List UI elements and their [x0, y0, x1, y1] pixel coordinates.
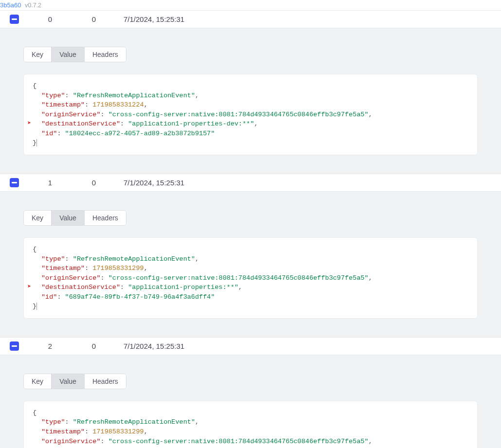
record-timestamp: 7/1/2024, 15:25:31: [116, 179, 184, 187]
topbar: 3b5a60 v0.7.2: [0, 0, 501, 10]
tab-headers[interactable]: Headers: [85, 47, 126, 62]
json-value: RefreshRemoteApplicationEvent: [77, 255, 191, 263]
collapse-button[interactable]: [10, 178, 19, 187]
record-partition: 0: [72, 342, 116, 350]
json-pane: {"type": "RefreshRemoteApplicationEvent"…: [23, 237, 478, 319]
json-value: cross-config-server:native:8081:784d4933…: [112, 274, 364, 282]
tab-key[interactable]: Key: [24, 374, 52, 389]
detail-tabs: KeyValueHeaders: [23, 210, 126, 226]
record-timestamp: 7/1/2024, 15:25:31: [116, 342, 184, 350]
record-row[interactable]: 007/1/2024, 15:25:31: [0, 10, 501, 28]
json-value: 1719858331224: [92, 101, 143, 108]
json-value: 689af74e-89fb-4f37-b749-96a4f3a6dff4: [69, 293, 211, 301]
record-partition: 0: [72, 179, 116, 187]
json-value: application1-properties:**: [132, 284, 234, 291]
json-value: RefreshRemoteApplicationEvent: [77, 418, 191, 426]
record-index: 2: [28, 342, 72, 350]
minus-icon: [12, 182, 17, 183]
record-row[interactable]: 207/1/2024, 15:25:31: [0, 337, 501, 355]
detail-tabs: KeyValueHeaders: [23, 47, 126, 62]
json-value: 1719858331299: [92, 265, 143, 272]
record-row[interactable]: 107/1/2024, 15:25:31: [0, 174, 501, 192]
json-value: 1719858331299: [92, 428, 143, 435]
arrow-marker-icon: ➤: [27, 283, 31, 292]
collapse-button[interactable]: [10, 341, 19, 351]
tab-value[interactable]: Value: [52, 211, 85, 225]
tab-headers[interactable]: Headers: [85, 374, 126, 389]
json-content: {"type": "RefreshRemoteApplicationEvent"…: [32, 81, 469, 148]
version-label: v0.7.2: [25, 2, 41, 9]
tab-value[interactable]: Value: [52, 47, 85, 62]
detail-tabs: KeyValueHeaders: [23, 374, 126, 389]
record-detail: KeyValueHeaders{"type": "RefreshRemoteAp…: [0, 355, 501, 448]
minus-icon: [12, 345, 17, 346]
arrow-marker-icon: ➤: [27, 119, 31, 128]
record-detail: KeyValueHeaders{"type": "RefreshRemoteAp…: [0, 192, 501, 337]
json-value: application1-properties-dev:**: [132, 120, 250, 127]
json-value: RefreshRemoteApplicationEvent: [77, 92, 191, 99]
json-value: cross-config-server:native:8081:784d4933…: [112, 111, 364, 118]
json-pane: {"type": "RefreshRemoteApplicationEvent"…: [23, 74, 478, 155]
json-pane: {"type": "RefreshRemoteApplicationEvent"…: [23, 401, 478, 448]
record-detail: KeyValueHeaders{"type": "RefreshRemoteAp…: [0, 28, 501, 174]
record-timestamp: 7/1/2024, 15:25:31: [116, 15, 184, 23]
record-partition: 0: [72, 15, 116, 23]
tab-key[interactable]: Key: [24, 47, 52, 62]
minus-icon: [12, 18, 17, 19]
json-value: 18024ecc-a972-4057-ad89-a2b3872b9157: [69, 130, 211, 137]
record-index: 0: [28, 15, 72, 23]
arrow-marker-icon: ➤: [27, 446, 31, 448]
tab-value[interactable]: Value: [52, 374, 85, 389]
record-index: 1: [28, 179, 72, 187]
json-content: {"type": "RefreshRemoteApplicationEvent"…: [32, 408, 469, 448]
json-content: {"type": "RefreshRemoteApplicationEvent"…: [32, 245, 469, 311]
json-value: cross-config-server:native:8081:784d4933…: [112, 438, 364, 445]
commit-hash-link[interactable]: 3b5a60: [0, 1, 21, 9]
tab-key[interactable]: Key: [24, 211, 52, 225]
collapse-button[interactable]: [10, 15, 19, 24]
tab-headers[interactable]: Headers: [85, 211, 126, 225]
